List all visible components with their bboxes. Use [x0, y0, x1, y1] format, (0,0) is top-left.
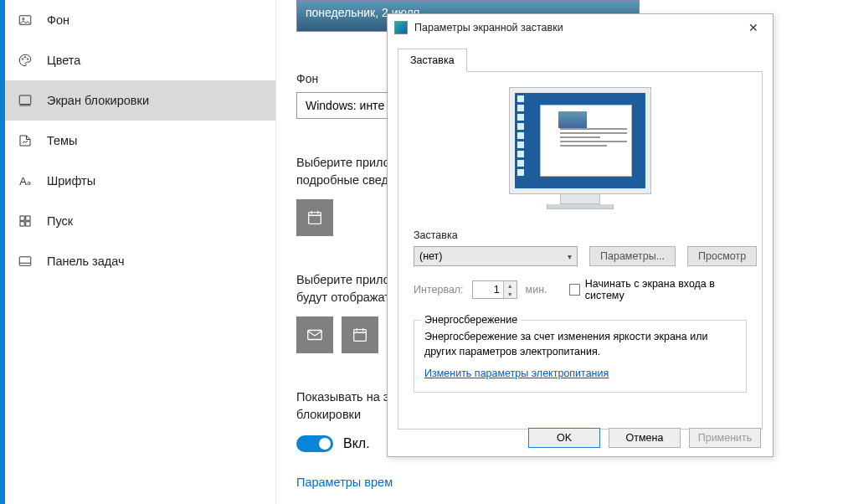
power-fieldset: Энергосбережение Энергосбережение за сче… [414, 320, 747, 393]
chevron-down-icon: ▾ [568, 252, 572, 261]
monitor-preview [509, 87, 651, 209]
quick-app-tile-calendar[interactable] [342, 316, 378, 353]
palette-icon [17, 52, 33, 69]
svg-rect-11 [309, 213, 321, 224]
svg-rect-5 [19, 95, 31, 105]
lock-screen-icon [17, 92, 33, 109]
spinner-up-icon[interactable]: ▲ [504, 281, 517, 290]
sidebar-item-label: Панель задач [47, 255, 125, 268]
sidebar-item-fonts[interactable]: Aₐ Шрифты [5, 161, 275, 201]
logon-checkbox-label: Начинать с экрана входа в систему [585, 278, 747, 301]
dialog-title-icon [394, 21, 408, 34]
dialog-titlebar: Параметры экранной заставки ✕ [388, 14, 773, 41]
toggle-state-label: Вкл. [343, 436, 370, 451]
svg-rect-13 [354, 330, 367, 342]
svg-point-4 [27, 59, 28, 60]
time-settings-link[interactable]: Параметры врем [296, 476, 828, 489]
power-legend: Энергосбережение [421, 314, 521, 326]
sidebar-item-start[interactable]: Пуск [5, 201, 275, 241]
detailed-app-tile[interactable] [296, 199, 333, 236]
close-icon[interactable]: ✕ [741, 18, 766, 38]
tab-content: Заставка (нет) ▾ Параметры... Просмотр И… [398, 71, 763, 429]
apply-button[interactable]: Применить [689, 428, 761, 448]
logon-checkbox[interactable] [569, 284, 580, 296]
quick-app-tile-mail[interactable] [296, 316, 333, 353]
svg-rect-10 [19, 257, 31, 266]
svg-rect-7 [26, 216, 30, 220]
svg-rect-8 [20, 222, 24, 226]
sidebar-item-label: Темы [47, 134, 78, 147]
sidebar-item-taskbar[interactable]: Панель задач [5, 241, 275, 281]
power-description: Энергосбережение за счет изменения яркос… [424, 329, 736, 359]
svg-point-3 [24, 57, 26, 59]
dialog-footer: OK Отмена Применить [528, 428, 761, 448]
sidebar-item-label: Фон [47, 13, 69, 27]
start-icon [17, 213, 33, 229]
ok-button[interactable]: OK [528, 428, 600, 448]
sidebar-item-label: Пуск [47, 214, 73, 228]
tab-screensaver[interactable]: Заставка [398, 49, 467, 72]
params-button[interactable]: Параметры... [589, 246, 676, 266]
sidebar: Фон Цвета Экран блокировки Темы Aₐ Шрифт… [5, 0, 276, 504]
themes-icon [17, 132, 33, 149]
svg-rect-12 [308, 331, 322, 340]
interval-input[interactable] [473, 284, 503, 296]
spinner-down-icon[interactable]: ▼ [504, 290, 517, 298]
preview-button[interactable]: Просмотр [687, 246, 757, 266]
svg-rect-6 [20, 216, 24, 220]
power-settings-link[interactable]: Изменить параметры электропитания [424, 368, 609, 379]
sidebar-item-themes[interactable]: Темы [5, 121, 275, 161]
sidebar-item-background[interactable]: Фон [5, 0, 275, 40]
sidebar-item-label: Экран блокировки [47, 94, 149, 107]
sidebar-item-lockscreen[interactable]: Экран блокировки [5, 80, 275, 121]
screensaver-dropdown[interactable]: (нет) ▾ [414, 246, 578, 266]
fonts-icon: Aₐ [17, 172, 33, 189]
cancel-button[interactable]: Отмена [609, 428, 681, 448]
svg-point-2 [22, 59, 23, 60]
interval-label: Интервал: [414, 284, 464, 296]
dropdown-value: (нет) [419, 250, 443, 262]
combo-value: Windows: инте [306, 99, 384, 112]
screensaver-dialog: Параметры экранной заставки ✕ Заставка З… [387, 13, 773, 457]
show-on-lock-toggle[interactable] [296, 435, 333, 452]
sidebar-item-label: Цвета [47, 54, 80, 67]
sidebar-item-label: Шрифты [47, 174, 95, 188]
screensaver-group-label: Заставка [414, 229, 747, 241]
image-icon [17, 12, 33, 28]
svg-point-1 [23, 18, 24, 19]
interval-spinner[interactable]: ▲▼ [472, 280, 517, 299]
taskbar-icon [17, 253, 33, 270]
interval-unit: мин. [526, 284, 547, 296]
svg-rect-9 [26, 222, 30, 226]
sidebar-item-colors[interactable]: Цвета [5, 40, 275, 80]
dialog-title-text: Параметры экранной заставки [414, 22, 741, 33]
